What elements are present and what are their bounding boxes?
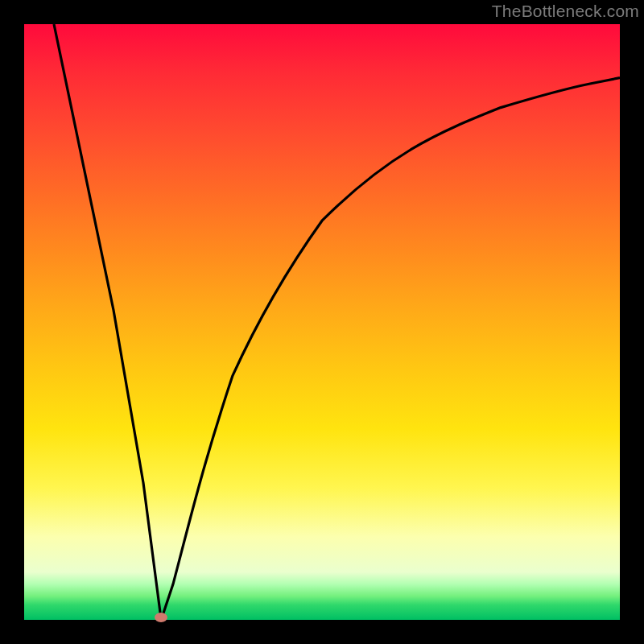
curve-path [54, 24, 620, 620]
plot-area [24, 24, 620, 620]
optimum-marker [155, 613, 167, 622]
bottleneck-curve [24, 24, 620, 620]
chart-frame: TheBottleneck.com [0, 0, 644, 644]
watermark-text: TheBottleneck.com [492, 2, 639, 21]
